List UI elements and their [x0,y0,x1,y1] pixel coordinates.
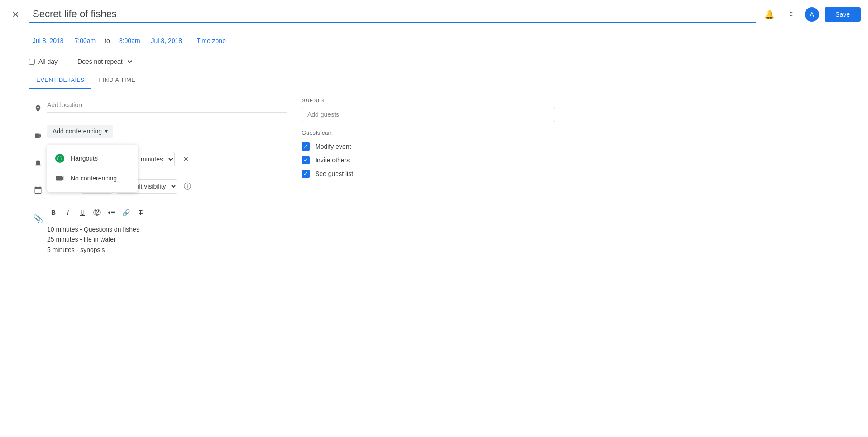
guests-input[interactable] [307,111,549,118]
remove-format-button[interactable]: T̶ [134,206,147,219]
location-row [29,98,287,118]
bold-button[interactable]: B [47,206,60,219]
bell-icon [29,154,47,172]
close-button[interactable]: ✕ [7,6,24,23]
description-icon: 📎 [29,210,47,228]
location-input[interactable] [47,98,287,113]
invite-others-label: Invite others [315,157,350,164]
visibility-info-button[interactable]: ⓘ [181,180,194,193]
description-content: B I U ⑫ •≡ 🔗 T̶ 10 minutes [47,206,287,286]
add-conferencing-button[interactable]: Add conferencing ▾ [47,125,113,138]
conferencing-option-none[interactable]: No conferencing [47,168,138,188]
remove-notification-button[interactable]: ✕ [178,152,193,166]
apps-icon: ⠿ [789,11,794,18]
location-content [47,98,287,113]
modify-event-checkbox[interactable] [302,142,310,151]
all-day-checkbox[interactable] [29,59,35,65]
notification-unit-select[interactable]: minutes hours days weeks [135,152,175,166]
hangouts-icon [54,153,65,164]
see-guest-list-checkbox[interactable] [302,170,310,178]
modify-event-label: Modify event [315,143,351,150]
time-zone-button[interactable]: Time zone [193,35,230,46]
repeat-select[interactable]: Does not repeat Daily Weekly Monthly [72,56,134,67]
main-content: Add conferencing ▾ Hangouts [0,90,868,437]
top-bar: ✕ 🔔 ⠿ A Save [0,0,868,29]
numbered-list-icon: ⑫ [93,208,101,218]
guests-can-section: Guests can: Modify event Invite others S… [302,129,555,180]
apps-button[interactable]: ⠿ [783,6,799,23]
notifications-icon: 🔔 [764,10,774,19]
tab-event-details[interactable]: Event details [29,72,91,89]
guests-can-label: Guests can: [302,129,555,136]
no-conferencing-label: No conferencing [71,175,117,182]
insert-link-button[interactable]: 🔗 [120,206,132,219]
end-time-button[interactable]: 8:00am [115,35,144,46]
description-row: 📎 B I U ⑫ •≡ 🔗 [29,206,287,286]
see-guest-list-label: See guest list [315,170,353,177]
all-day-label[interactable]: All day [38,58,58,65]
location-icon [29,100,47,118]
numbered-list-button[interactable]: ⑫ [91,206,103,219]
remove-format-icon: T̶ [139,209,143,216]
notifications-button[interactable]: 🔔 [761,6,777,23]
guests-input-wrapper [302,107,555,122]
avatar: A [805,7,819,22]
conferencing-dropdown-menu: Hangouts No conferencing [47,145,138,192]
link-icon: 🔗 [122,209,130,216]
italic-button[interactable]: I [62,206,74,219]
calendar-icon [29,181,47,199]
allday-repeat-row: All day Does not repeat Daily Weekly Mon… [0,52,868,71]
hangouts-label: Hangouts [71,155,98,162]
guests-header: Guests [302,98,555,103]
guests-section: Guests Guests can: Modify event Invite o… [302,98,555,180]
close-icon: ✕ [12,9,19,20]
conferencing-dropdown-icon: ▾ [105,128,108,135]
bulleted-list-icon: •≡ [108,209,115,217]
start-time-button[interactable]: 7:00am [71,35,100,46]
end-date-button[interactable]: Jul 8, 2018 [148,35,186,46]
conferencing-icon [29,127,47,145]
modify-event-row: Modify event [302,140,555,153]
invite-others-row: Invite others [302,153,555,167]
format-toolbar: B I U ⑫ •≡ 🔗 T̶ [47,206,147,219]
remove-notification-icon: ✕ [182,154,189,164]
attach-file-button[interactable]: 📎 [30,211,46,227]
right-panel: Guests Guests can: Modify event Invite o… [294,90,868,437]
event-title-input[interactable] [29,6,756,23]
tab-find-a-time[interactable]: Find a time [91,72,143,89]
left-panel: Add conferencing ▾ Hangouts [0,90,294,437]
description-textarea[interactable]: 10 minutes - Questions on fishes 25 minu… [47,223,287,286]
see-guest-list-row: See guest list [302,167,555,180]
start-date-button[interactable]: Jul 8, 2018 [29,35,67,46]
save-button[interactable]: Save [825,7,861,22]
invite-others-checkbox[interactable] [302,156,310,164]
to-label: to [103,37,112,44]
no-conferencing-icon [54,173,65,184]
info-icon: ⓘ [184,182,191,191]
conferencing-row: Add conferencing ▾ Hangouts [29,125,287,145]
datetime-row: Jul 8, 2018 7:00am to 8:00am Jul 8, 2018… [0,29,868,52]
add-conferencing-label: Add conferencing [53,128,102,135]
conferencing-content: Add conferencing ▾ Hangouts [47,125,287,138]
tabs-row: Event details Find a time [0,71,868,90]
bulleted-list-button[interactable]: •≡ [105,206,118,219]
attach-icon: 📎 [33,214,43,224]
conferencing-option-hangouts[interactable]: Hangouts [47,148,138,168]
attachment-area: 📎 [30,211,46,227]
underline-button[interactable]: U [76,206,89,219]
